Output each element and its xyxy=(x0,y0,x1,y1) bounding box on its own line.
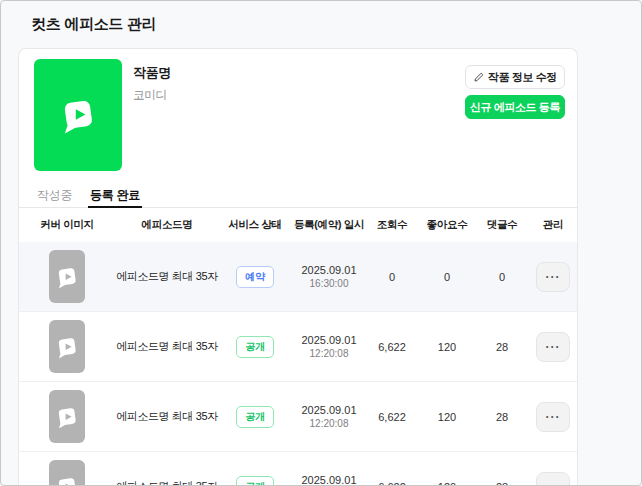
new-episode-button[interactable]: 신규 에피소드 등록 xyxy=(465,95,565,119)
episode-row: 에피소드명 최대 35자 공개 2025.09.01 12:20:08 6,62… xyxy=(19,382,577,452)
view-count: 0 xyxy=(367,271,417,283)
view-count: 6,622 xyxy=(367,411,417,423)
edit-work-info-button[interactable]: 작품 정보 수정 xyxy=(465,65,565,89)
episode-table-body: 에피소드명 최대 35자 예약 2025.09.01 16:30:00 0 0 … xyxy=(19,242,577,486)
episode-cover-thumbnail xyxy=(49,320,85,373)
comment-count: 28 xyxy=(477,481,527,486)
episode-name: 에피소드명 최대 35자 xyxy=(116,339,218,354)
header-episode-name: 에피소드명 xyxy=(115,218,219,232)
header-likes: 좋아요수 xyxy=(417,218,477,232)
header-service-status: 서비스 상태 xyxy=(219,218,291,232)
tab-registered[interactable]: 등록 완료 xyxy=(88,185,142,208)
pencil-icon xyxy=(473,72,484,83)
status-badge: 공개 xyxy=(236,476,274,486)
header-cover-image: 커버 이미지 xyxy=(19,218,115,232)
work-info-section: 작품명 코미디 작품 정보 수정 신규 에피소드 등록 xyxy=(19,49,577,185)
more-actions-button[interactable]: ··· xyxy=(536,262,570,292)
episode-name: 에피소드명 최대 35자 xyxy=(116,409,218,424)
play-flag-icon xyxy=(54,474,80,486)
more-actions-button[interactable]: ··· xyxy=(536,402,570,432)
page-title: 컷츠 에피소드 관리 xyxy=(31,15,641,34)
header-manage: 관리 xyxy=(527,218,579,232)
episode-cover-thumbnail xyxy=(49,250,85,303)
tab-bar: 작성중 등록 완료 xyxy=(19,185,577,208)
work-meta: 작품명 코미디 xyxy=(133,59,465,171)
episode-row: 에피소드명 최대 35자 공개 2025.09.01 12:20:08 6,62… xyxy=(19,312,577,382)
more-actions-button[interactable]: ··· xyxy=(536,332,570,362)
work-title: 작품명 xyxy=(133,64,465,82)
table-header: 커버 이미지 에피소드명 서비스 상태 등록(예약) 일시 조회수 좋아요수 댓… xyxy=(19,208,577,242)
episode-manager-window: 컷츠 에피소드 관리 작품명 코미디 작품 정보 수정 신규 에피소드 등록 xyxy=(0,0,642,486)
episode-cover-thumbnail xyxy=(49,390,85,443)
status-badge: 공개 xyxy=(236,336,274,358)
play-flag-icon xyxy=(54,404,80,430)
play-flag-icon xyxy=(54,264,80,290)
play-flag-icon xyxy=(54,334,80,360)
edit-work-info-label: 작품 정보 수정 xyxy=(488,70,557,85)
play-flag-icon xyxy=(57,94,99,136)
publish-date: 2025.09.01 xyxy=(301,264,356,276)
comment-count: 0 xyxy=(477,271,527,283)
episode-row: 에피소드명 최대 35자 예약 2025.09.01 16:30:00 0 0 … xyxy=(19,242,577,312)
header-register-datetime: 등록(예약) 일시 xyxy=(291,218,367,232)
header-comments: 댓글수 xyxy=(477,218,527,232)
like-count: 120 xyxy=(417,481,477,486)
view-count: 6,622 xyxy=(367,341,417,353)
more-actions-button[interactable]: ··· xyxy=(536,472,570,486)
publish-date: 2025.09.01 xyxy=(301,404,356,416)
work-actions: 작품 정보 수정 신규 에피소드 등록 xyxy=(465,65,565,171)
like-count: 0 xyxy=(417,271,477,283)
comment-count: 28 xyxy=(477,341,527,353)
work-cover-thumbnail xyxy=(34,59,122,171)
comment-count: 28 xyxy=(477,411,527,423)
publish-date: 2025.09.01 xyxy=(301,334,356,346)
tab-drafts[interactable]: 작성중 xyxy=(35,185,74,207)
like-count: 120 xyxy=(417,341,477,353)
episode-cover-thumbnail xyxy=(49,460,85,486)
status-badge: 예약 xyxy=(236,266,274,288)
publish-date: 2025.09.01 xyxy=(301,474,356,486)
publish-time: 16:30:00 xyxy=(310,278,349,289)
episode-name: 에피소드명 최대 35자 xyxy=(116,269,218,284)
view-count: 6,622 xyxy=(367,481,417,486)
like-count: 120 xyxy=(417,411,477,423)
publish-time: 12:20:08 xyxy=(310,348,349,359)
header-views: 조회수 xyxy=(367,218,417,232)
work-genre: 코미디 xyxy=(133,88,465,103)
publish-time: 12:20:08 xyxy=(310,418,349,429)
episode-row: 에피소드명 최대 35자 공개 2025.09.01 12:20:08 6,62… xyxy=(19,452,577,486)
status-badge: 공개 xyxy=(236,406,274,428)
episode-name: 에피소드명 최대 35자 xyxy=(116,479,218,486)
work-card: 작품명 코미디 작품 정보 수정 신규 에피소드 등록 작성중 등록 완료 커버… xyxy=(18,48,578,486)
